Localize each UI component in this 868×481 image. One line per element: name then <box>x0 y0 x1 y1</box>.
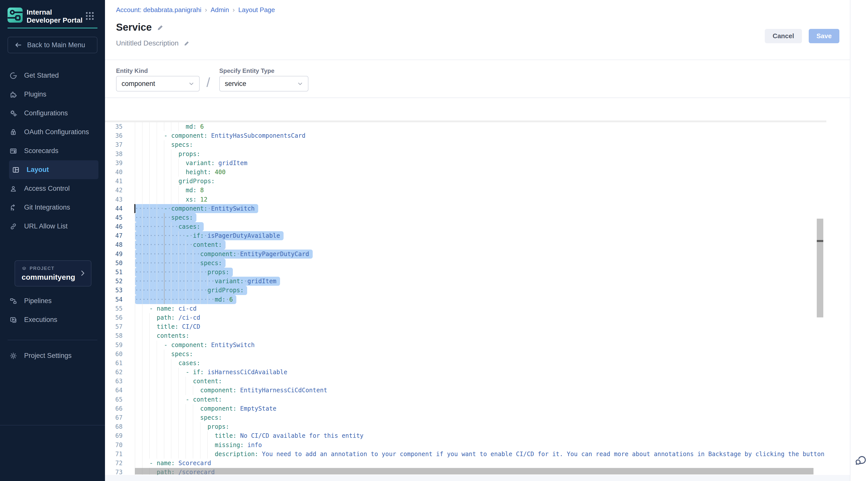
entity-type-value: service <box>225 80 246 88</box>
code-line[interactable]: xs: 12 <box>135 195 826 204</box>
code-line[interactable]: specs: <box>135 140 826 149</box>
code-line[interactable]: - component: EntitySwitch <box>135 340 826 350</box>
line-number: 69 <box>105 431 123 440</box>
code-line[interactable]: gridProps: <box>135 177 826 186</box>
yaml-editor[interactable]: 3536373839404142434445464748495051525354… <box>105 121 826 475</box>
sidebar-item-label: Access Control <box>24 185 70 192</box>
sidebar-item-git-integrations[interactable]: Git Integrations <box>0 198 105 217</box>
oauth-configurations-icon <box>9 128 18 137</box>
sidebar-project-nav: PipelinesExecutions <box>0 292 105 329</box>
line-number: 65 <box>105 395 123 404</box>
line-number: 57 <box>105 322 123 331</box>
breadcrumb-account-link[interactable]: Account: debabrata.panigrahi <box>116 6 202 14</box>
code-line[interactable]: specs: <box>135 350 826 359</box>
breadcrumb: Account: debabrata.panigrahi › Admin › L… <box>116 6 275 14</box>
scorecards-icon <box>9 147 18 155</box>
code-line[interactable]: title: CI/CD <box>135 322 826 331</box>
line-number: 35 <box>105 122 123 131</box>
feedback-chat-icon[interactable] <box>854 454 867 468</box>
code-line[interactable]: - name: ci-cd <box>135 304 826 313</box>
code-line[interactable]: md: 6 <box>135 122 826 131</box>
sidebar-item-label: Plugins <box>24 90 46 98</box>
chevron-right-icon <box>79 269 86 277</box>
arrow-left-icon <box>14 41 22 49</box>
code-line[interactable]: contents: <box>135 331 826 340</box>
code-line[interactable]: - name: Scorecard <box>135 459 826 468</box>
code-line[interactable]: description: You need to add an annotati… <box>135 450 826 459</box>
code-line[interactable]: cases: <box>135 359 826 368</box>
code-line[interactable]: missing: info <box>135 441 826 450</box>
editor-code: md: 6 - component: EntityHasSubcomponent… <box>135 122 826 475</box>
save-button[interactable]: Save <box>809 29 839 43</box>
sidebar-item-configurations[interactable]: Configurations <box>0 104 105 123</box>
code-line[interactable]: variant: gridItem <box>135 158 826 168</box>
code-line[interactable]: component: EntityHarnessCiCdContent <box>135 386 826 395</box>
access-control-icon <box>9 184 18 193</box>
entity-kind-select[interactable]: component <box>116 76 200 91</box>
chevron-right-icon: › <box>229 6 238 14</box>
sidebar-item-label: Executions <box>24 316 57 324</box>
sidebar-item-plugins[interactable]: Plugins <box>0 85 105 104</box>
code-line[interactable]: path: /ci-cd <box>135 313 826 322</box>
code-line[interactable]: - component: EntityHasSubcomponentsCard <box>135 131 826 140</box>
breadcrumb-layout-page-link[interactable]: Layout Page <box>238 6 275 14</box>
sidebar-item-label: URL Allow List <box>24 222 68 230</box>
vertical-scrollbar[interactable] <box>817 219 823 318</box>
page-title: Service <box>116 22 152 33</box>
code-line[interactable]: ········-·component:·EntitySwitch <box>135 204 826 213</box>
code-line[interactable]: component: EmptyState <box>135 404 826 413</box>
horizontal-scrollbar[interactable] <box>135 468 813 475</box>
code-line[interactable]: - if: isHarnessCiCdAvailable <box>135 368 826 377</box>
code-line[interactable]: content: <box>135 377 826 386</box>
entity-type-label: Specify Entity Type <box>219 67 275 74</box>
code-line[interactable]: height: 400 <box>135 168 826 177</box>
sidebar-item-pipelines[interactable]: Pipelines <box>0 292 105 310</box>
code-line[interactable]: md: 8 <box>135 186 826 195</box>
page-right-divider <box>850 0 850 481</box>
code-line[interactable]: ····················gridProps: <box>135 286 826 295</box>
line-number: 52 <box>105 277 123 286</box>
back-to-main-menu-button[interactable]: Back to Main Menu <box>7 37 97 53</box>
code-line[interactable]: ············cases: <box>135 222 826 231</box>
code-line[interactable]: ··················specs: <box>135 259 826 268</box>
code-line[interactable]: specs: <box>135 413 826 422</box>
sidebar-item-label: OAuth Configurations <box>24 128 89 136</box>
app-switcher-icon[interactable] <box>86 12 93 20</box>
project-selector[interactable]: PROJECT communityeng <box>14 260 91 287</box>
code-line[interactable]: props: <box>135 422 826 431</box>
code-line[interactable]: props: <box>135 150 826 158</box>
entity-type-select[interactable]: service <box>219 76 308 91</box>
sidebar-item-url-allow-list[interactable]: URL Allow List <box>0 217 105 236</box>
code-line[interactable]: ····················props: <box>135 268 826 277</box>
sidebar-item-access-control[interactable]: Access Control <box>0 179 105 198</box>
code-line[interactable]: title: No CI/CD available for this entit… <box>135 431 826 440</box>
sidebar-item-layout[interactable]: Layout <box>9 160 98 179</box>
line-number: 46 <box>105 222 123 231</box>
sidebar-item-oauth-configurations[interactable]: OAuth Configurations <box>0 123 105 142</box>
pipelines-icon <box>9 297 18 305</box>
line-number: 49 <box>105 249 123 259</box>
gear-icon <box>9 352 18 360</box>
accent-divider <box>7 28 97 28</box>
code-line[interactable]: ··············-·if:·isPagerDutyAvailable <box>135 231 826 240</box>
line-number: 50 <box>105 259 123 268</box>
harness-idp-logo-icon <box>7 7 23 23</box>
line-number: 41 <box>105 177 123 186</box>
plugins-icon <box>9 90 18 99</box>
code-line[interactable]: - content: <box>135 395 826 404</box>
code-line[interactable]: ······················variant:·gridItem <box>135 277 826 286</box>
sidebar-item-project-settings[interactable]: Project Settings <box>0 346 105 365</box>
code-line[interactable]: ··········specs: <box>135 213 826 222</box>
edit-description-icon[interactable] <box>184 40 190 47</box>
edit-title-icon[interactable] <box>157 24 164 31</box>
code-line[interactable]: ······················md:·6 <box>135 295 826 304</box>
cancel-button[interactable]: Cancel <box>765 29 802 43</box>
sidebar-item-executions[interactable]: Executions <box>0 310 105 329</box>
configurations-icon <box>9 109 18 118</box>
code-line[interactable]: ··················component:·EntityPager… <box>135 249 826 259</box>
sidebar-item-scorecards[interactable]: Scorecards <box>0 142 105 160</box>
line-number: 66 <box>105 404 123 413</box>
code-line[interactable]: ················content: <box>135 240 826 249</box>
sidebar-item-get-started[interactable]: Get Started <box>0 66 105 85</box>
breadcrumb-admin-link[interactable]: Admin <box>211 6 229 14</box>
